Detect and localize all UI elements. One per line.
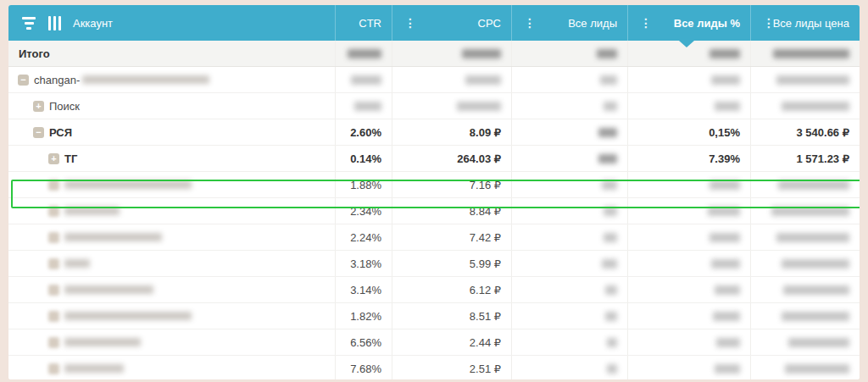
table-row[interactable]: +1.88%7.16 ₽: [8, 172, 860, 198]
account-cell: +: [8, 251, 335, 276]
column-menu-icon[interactable]: ⋮: [763, 17, 775, 29]
column-menu-icon[interactable]: ⋮: [524, 17, 536, 29]
column-menu-icon[interactable]: ⋮: [404, 17, 416, 29]
ctr-cell: 1.88%: [335, 172, 392, 197]
redacted-value: [715, 364, 740, 374]
redacted-toggle-icon[interactable]: +: [48, 258, 59, 269]
collapse-icon[interactable]: −: [33, 127, 44, 138]
redacted-toggle-icon[interactable]: +: [48, 180, 59, 191]
redacted-row-label: [64, 312, 192, 320]
cell-value: 3.14%: [350, 284, 381, 296]
redacted-value: [788, 338, 849, 347]
cpc-cell: 8.51 ₽: [392, 303, 511, 329]
table-row[interactable]: +2.34%8.84 ₽: [8, 198, 860, 224]
redacted-value: [773, 49, 849, 58]
column-header-cpc[interactable]: ⋮CPC: [392, 5, 511, 41]
leads_pct-cell: [627, 224, 750, 250]
leads-cell: [511, 277, 627, 302]
redacted-value: [607, 364, 617, 374]
cpc-cell: 7.16 ₽: [392, 172, 511, 197]
account-cell: +: [8, 172, 335, 197]
leads_pct-cell: [627, 329, 750, 355]
redacted-toggle-icon[interactable]: +: [48, 232, 59, 243]
redacted-toggle-icon[interactable]: +: [48, 285, 59, 296]
redacted-value: [716, 338, 740, 347]
expand-icon[interactable]: +: [48, 153, 59, 164]
table-row[interactable]: +7.68%2.51 ₽: [8, 356, 860, 379]
redacted-value: [598, 154, 617, 163]
table-row[interactable]: −changan-: [8, 67, 860, 93]
leads_pct-cell: [627, 93, 750, 119]
redacted-value: [782, 102, 849, 111]
account-cell: +ТГ: [8, 146, 335, 171]
filter-icon[interactable]: [21, 17, 36, 30]
leads-cell: [511, 224, 627, 250]
leads_cost-cell: [750, 198, 860, 224]
columns-icon[interactable]: [48, 16, 61, 30]
table-row[interactable]: +6.56%2.44 ₽: [8, 329, 860, 356]
column-header-ctr[interactable]: CTR: [335, 5, 392, 41]
leads_cost-cell: [750, 224, 860, 250]
redacted-value: [605, 312, 617, 321]
sort-indicator-notch: [679, 41, 694, 47]
redacted-value: [715, 285, 740, 295]
cell-value: 8.84 ₽: [470, 205, 501, 218]
ctr-cell: [335, 41, 392, 66]
cell-value: 7.68%: [350, 363, 381, 375]
leads_cost-cell: [750, 251, 860, 276]
cpc-cell: 8.84 ₽: [392, 198, 511, 224]
leads_pct-cell: [627, 356, 750, 379]
cell-value: 7.42 ₽: [470, 231, 501, 244]
redacted-value: [785, 364, 849, 374]
redacted-value: [607, 338, 617, 347]
redacted-toggle-icon[interactable]: +: [48, 311, 59, 322]
ctr-cell: 6.56%: [335, 329, 392, 355]
leads-cell: [511, 251, 627, 276]
table-row[interactable]: +2.24%7.42 ₽: [8, 224, 860, 251]
column-label: Все лиды %: [674, 17, 740, 30]
leads_cost-cell: [750, 67, 860, 92]
ctr-cell: [335, 67, 392, 92]
redacted-value: [465, 75, 501, 85]
redacted-value: [354, 102, 381, 111]
table-row[interactable]: +ТГ0.14%264.03 ₽7.39%1 571.23 ₽: [8, 146, 860, 172]
redacted-value: [597, 49, 617, 58]
table-row[interactable]: +3.18%5.99 ₽: [8, 251, 860, 277]
table-row[interactable]: +Поиск: [8, 93, 860, 119]
table-row[interactable]: +1.82%8.51 ₽: [8, 303, 860, 329]
column-menu-icon[interactable]: ⋮: [640, 17, 652, 29]
expand-icon[interactable]: +: [33, 101, 44, 112]
row-label: changan-: [34, 74, 80, 86]
redacted-value: [776, 75, 849, 85]
leads-cell: [511, 146, 627, 171]
column-header-leads_pct[interactable]: ⋮Все лиды %: [627, 5, 750, 41]
cell-value: 7.39%: [709, 152, 740, 165]
table-row[interactable]: Итого: [8, 41, 860, 67]
redacted-value: [605, 285, 617, 295]
row-label: Поиск: [49, 100, 80, 113]
redacted-value: [715, 102, 740, 111]
column-header-leads[interactable]: ⋮Все лиды: [511, 5, 627, 41]
collapse-icon[interactable]: −: [18, 75, 29, 86]
redacted-value: [348, 49, 381, 58]
table-row[interactable]: +3.14%6.12 ₽: [8, 277, 860, 303]
cpc-cell: 8.09 ₽: [392, 119, 511, 145]
account-cell: +: [8, 277, 335, 302]
redacted-value: [776, 233, 849, 242]
row-label: РСЯ: [49, 126, 72, 139]
redacted-value: [782, 312, 849, 321]
column-header-account[interactable]: Аккаунт: [8, 5, 335, 41]
redacted-value: [604, 207, 617, 216]
redacted-value: [708, 207, 740, 216]
redacted-toggle-icon[interactable]: +: [48, 337, 59, 348]
table-row[interactable]: −РСЯ2.60%8.09 ₽0,15%3 540.66 ₽: [8, 119, 860, 146]
ctr-cell: 2.24%: [335, 224, 392, 250]
redacted-value: [711, 75, 740, 85]
column-header-leads_cost[interactable]: ⋮Все лиды цена: [750, 5, 860, 41]
leads_cost-cell: [750, 93, 860, 119]
redacted-toggle-icon[interactable]: +: [48, 363, 59, 374]
redacted-toggle-icon[interactable]: +: [48, 206, 59, 217]
leads_pct-cell: [627, 251, 750, 276]
cpc-cell: [392, 67, 511, 92]
cell-value: 1.82%: [350, 310, 381, 323]
